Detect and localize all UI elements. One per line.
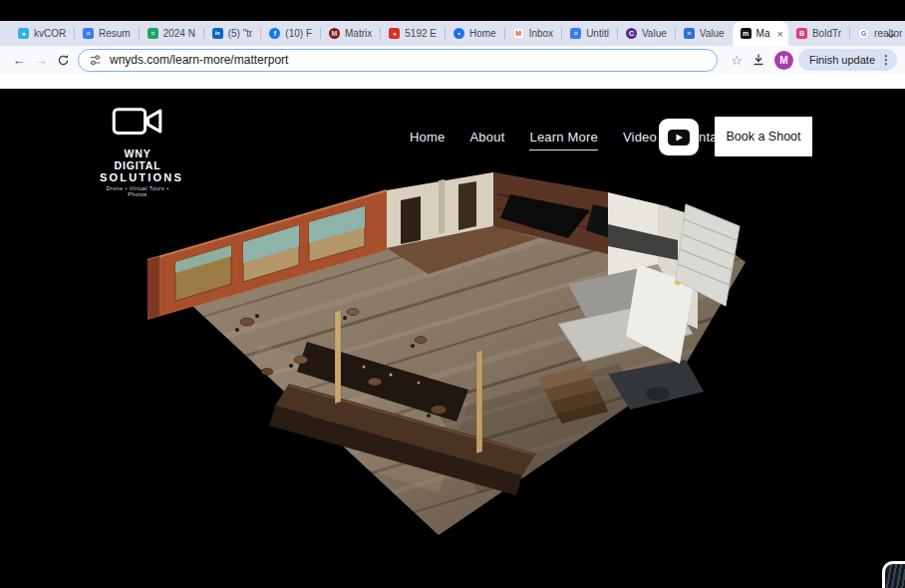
tab[interactable]: CValue <box>618 21 675 46</box>
value-site-favicon: C <box>626 28 637 39</box>
browser-menu-icon[interactable]: ⋮ <box>880 53 892 67</box>
tab-label: Inbox <box>529 28 553 39</box>
tab[interactable]: ≡Resum <box>75 21 139 46</box>
star-glyph: ☆ <box>731 53 743 68</box>
tab-label: Ma <box>756 28 770 39</box>
tab[interactable]: ≡2024 N <box>140 21 203 46</box>
google-favicon: G <box>858 28 869 39</box>
nav-item-home[interactable]: Home <box>410 130 445 150</box>
tab-label: Value <box>700 28 725 39</box>
tab[interactable]: in(5) "tr <box>204 21 261 46</box>
tab-label: Untitl <box>586 28 609 39</box>
back-button[interactable]: ← <box>8 49 30 71</box>
tab-label: 5192 E <box>405 28 437 39</box>
nav-item-about[interactable]: About <box>469 130 504 150</box>
google-sheets-favicon: ≡ <box>148 28 158 39</box>
tab[interactable]: MInbox <box>505 21 561 46</box>
google-docs-favicon: ≡ <box>570 28 581 39</box>
youtube-button[interactable] <box>659 119 699 155</box>
gmail-favicon: M <box>513 28 524 39</box>
tab[interactable]: Grealtor <box>850 21 905 46</box>
tab-strip: ●kvCOR≡Resum≡2024 Nin(5) "trf(10) FMMatr… <box>0 21 905 46</box>
tab-label: BoldTr <box>812 28 841 39</box>
tab[interactable]: ●kvCOR <box>10 21 74 46</box>
tab-label: (5) "tr <box>228 28 253 39</box>
tab-label: 2024 N <box>163 28 195 39</box>
home-site-favicon: • <box>453 28 464 39</box>
forward-button[interactable]: → <box>30 49 52 71</box>
print-page-favicon: ≡ <box>684 28 695 39</box>
google-docs-favicon: ≡ <box>83 28 94 39</box>
tab[interactable]: f(10) F <box>261 21 320 46</box>
facebook-favicon: f <box>269 28 280 39</box>
finish-update-button[interactable]: Finish update ⋮ <box>798 49 897 71</box>
profile-avatar[interactable]: M <box>774 51 793 70</box>
kvcore-favicon: ● <box>18 28 29 39</box>
reload-button[interactable] <box>52 49 74 71</box>
nav-item-video[interactable]: Video <box>623 130 657 150</box>
realtor-listing-favicon: ● <box>389 28 400 39</box>
tab[interactable]: BBoldTr <box>788 21 849 46</box>
tab-label: Home <box>469 28 496 39</box>
bookmark-star-icon[interactable]: ☆ <box>726 49 748 71</box>
download-icon[interactable] <box>748 49 769 71</box>
tab-label: Value <box>642 28 667 39</box>
video-camera-icon <box>110 103 165 141</box>
tab-close-icon[interactable]: × <box>777 28 783 40</box>
tab[interactable]: •Home <box>446 21 504 46</box>
web-page: WNY DIGITAL SOLUTIONS Drone • Virtual To… <box>0 89 905 588</box>
tab[interactable]: ≡Untitl <box>562 21 617 46</box>
browser-toolbar: ← → wnyds.com/learn-more/matterport ☆ M … <box>0 46 905 74</box>
chevron-down-icon[interactable] <box>886 27 896 45</box>
url-text: wnyds.com/learn-more/matterport <box>110 53 288 67</box>
tab[interactable]: ●5192 E <box>381 21 445 46</box>
floating-thumbnail-widget[interactable] <box>882 561 905 588</box>
address-bar[interactable]: wnyds.com/learn-more/matterport <box>78 49 718 72</box>
matterport-dollhouse-model[interactable] <box>140 164 767 543</box>
nav-item-learn-more[interactable]: Learn More <box>529 130 597 150</box>
tab-label: kvCOR <box>34 28 66 39</box>
book-a-shoot-button[interactable]: Book a Shoot <box>715 117 812 156</box>
finish-update-label: Finish update <box>809 54 875 66</box>
tab-label: (10) F <box>285 28 312 39</box>
matrix-favicon: M <box>329 28 340 39</box>
tab[interactable]: MMatrix <box>321 21 380 46</box>
tab-label: Resum <box>99 28 131 39</box>
boldtrail-favicon: B <box>796 28 807 39</box>
matterport-favicon: m <box>741 28 752 39</box>
linkedin-favicon: in <box>212 28 223 39</box>
tab-strip-tabs: ●kvCOR≡Resum≡2024 Nin(5) "trf(10) FMMatr… <box>10 21 905 46</box>
site-settings-icon[interactable] <box>89 49 102 71</box>
tab-label: Matrix <box>345 28 372 39</box>
tab[interactable]: ≡Value <box>676 21 733 46</box>
page-top-gap <box>0 74 905 89</box>
youtube-icon <box>668 130 690 146</box>
dollhouse-3d-render <box>140 164 767 543</box>
screen-top-letterbox <box>0 0 905 21</box>
tab-active[interactable]: mMa× <box>733 21 788 46</box>
